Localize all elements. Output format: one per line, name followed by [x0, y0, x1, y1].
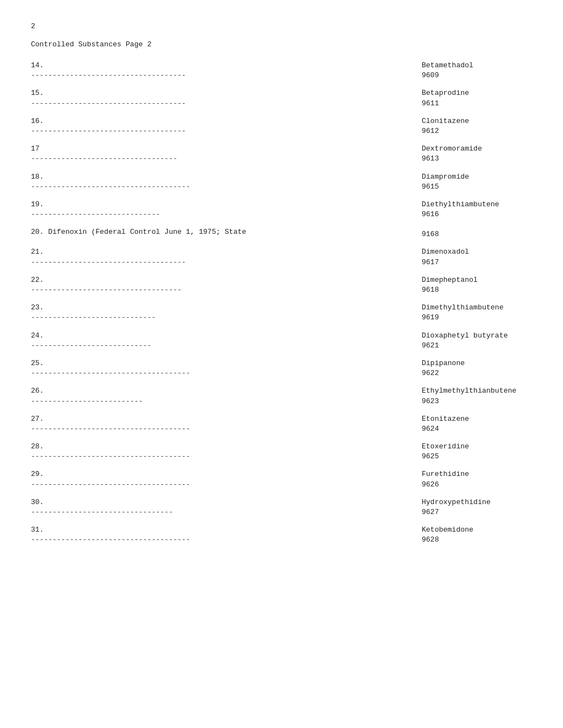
list-item: 31. ------------------------------------… — [31, 525, 532, 545]
entry-left: 27. ------------------------------------… — [31, 414, 340, 434]
entry-dots: ---------------------------------- — [31, 154, 340, 164]
entry-right: Ethylmethylthianbutene 9623 — [422, 386, 532, 406]
entry-right: Betaprodine 9611 — [422, 88, 532, 108]
entry-dots: -------------------------- — [31, 397, 340, 406]
entry-code: 9627 — [422, 507, 532, 517]
entry-name: Dextromoramide — [422, 144, 532, 154]
list-item: 16. ------------------------------------… — [31, 116, 532, 136]
entry-left: 31. ------------------------------------… — [31, 525, 340, 545]
entry-text: 20. Difenoxin (Federal Control June 1, 1… — [31, 227, 246, 239]
entry-dots: ------------------------------------- — [31, 182, 340, 192]
entry-right: Furethidine 9626 — [422, 469, 532, 489]
entry-number: 23. — [31, 303, 340, 313]
list-item: 30. --------------------------------- Hy… — [31, 497, 532, 517]
entry-number: 16. — [31, 116, 340, 126]
entry-left: 26. -------------------------- — [31, 386, 340, 406]
entry-name: Etonitazene — [422, 414, 532, 424]
entry-code: 9626 — [422, 480, 532, 490]
entry-right: Diethylthiambutene 9616 — [422, 200, 532, 220]
entry-right: Ketobemidone 9628 — [422, 525, 532, 545]
entry-name: Diampromide — [422, 172, 532, 182]
entry-name: Diethylthiambutene — [422, 200, 532, 210]
entry-number: 15. — [31, 88, 340, 98]
list-item: 29. ------------------------------------… — [31, 469, 532, 489]
entry-number: 17 — [31, 144, 340, 154]
entry-dots: ------------------------------------- — [31, 480, 340, 490]
entry-right: Dimethylthiambutene 9619 — [422, 303, 532, 323]
entry-number: 31. — [31, 525, 340, 535]
entry-code: 9622 — [422, 368, 532, 378]
entry-left: 25. ------------------------------------… — [31, 358, 340, 378]
entry-code: 9628 — [422, 535, 532, 545]
list-item: 24. ---------------------------- Dioxaph… — [31, 331, 532, 351]
list-item: 22. ----------------------------------- … — [31, 275, 532, 295]
list-item: 15. ------------------------------------… — [31, 88, 532, 108]
entry-dots: ----------------------------------- — [31, 285, 340, 295]
list-item: 18. ------------------------------------… — [31, 172, 532, 192]
entry-code: 9615 — [422, 182, 532, 192]
entry-right: Dioxaphetyl butyrate 9621 — [422, 331, 532, 351]
entry-code: 9612 — [422, 126, 532, 136]
entry-code: 9609 — [422, 71, 532, 81]
entry-dots: ------------------------------ — [31, 210, 340, 220]
entry-name: Ketobemidone — [422, 525, 532, 535]
entry-code: 9611 — [422, 99, 532, 109]
entry-code: 9617 — [422, 258, 532, 267]
entry-code: 9621 — [422, 341, 532, 351]
page-number: 2 — [31, 22, 532, 30]
entry-dots: ---------------------------- — [31, 341, 340, 351]
entry-code: 9619 — [422, 313, 532, 323]
list-item: 25. ------------------------------------… — [31, 358, 532, 378]
entry-name: Ethylmethylthianbutene — [422, 386, 532, 396]
entry-left: 21. ------------------------------------ — [31, 247, 340, 267]
entry-right: Dimepheptanol 9618 — [422, 275, 532, 295]
entry-left: 18. ------------------------------------… — [31, 172, 340, 192]
entry-dots: ------------------------------------ — [31, 71, 340, 81]
entry-dots: ------------------------------------- — [31, 424, 340, 434]
entry-left: 16. ------------------------------------ — [31, 116, 340, 136]
entry-number: 21. — [31, 247, 340, 257]
entry-name: Dipipanone — [422, 358, 532, 368]
entry-number: 18. — [31, 172, 340, 182]
entry-left: 28. ------------------------------------… — [31, 442, 340, 462]
entry-left: 22. ----------------------------------- — [31, 275, 340, 295]
entry-number: 30. — [31, 497, 340, 507]
list-item: 23. ----------------------------- Dimeth… — [31, 303, 532, 323]
entry-number: 24. — [31, 331, 340, 341]
entry-right: 9168 — [422, 229, 532, 239]
entry-number: 29. — [31, 469, 340, 479]
entry-left: 23. ----------------------------- — [31, 303, 340, 323]
entry-left: 17 ---------------------------------- — [31, 144, 340, 164]
entry-name: Dimenoxadol — [422, 247, 532, 257]
list-item: 28. ------------------------------------… — [31, 442, 532, 462]
entry-right: Etoxeridine 9625 — [422, 442, 532, 462]
entry-code: 9168 — [422, 229, 532, 239]
entry-right: Dimenoxadol 9617 — [422, 247, 532, 267]
list-item: 26. -------------------------- Ethylmeth… — [31, 386, 532, 406]
entry-left: 19. ------------------------------ — [31, 200, 340, 220]
entry-name: Furethidine — [422, 469, 532, 479]
entry-number: 26. — [31, 386, 340, 396]
entry-left: 15. ------------------------------------ — [31, 88, 340, 108]
entry-dots: ------------------------------------ — [31, 99, 340, 109]
entry-number: 14. — [31, 61, 340, 71]
entry-number: 27. — [31, 414, 340, 424]
list-item: 14. ------------------------------------… — [31, 61, 532, 81]
entry-dots: ------------------------------------- — [31, 535, 340, 545]
list-item: 17 ---------------------------------- De… — [31, 144, 532, 164]
entry-right: Dextromoramide 9613 — [422, 144, 532, 164]
list-item: 21. ------------------------------------… — [31, 247, 532, 267]
entry-name: Dimethylthiambutene — [422, 303, 532, 313]
entry-name: Betaprodine — [422, 88, 532, 98]
entry-dots: ------------------------------------- — [31, 452, 340, 462]
entry-dots: ------------------------------------ — [31, 258, 340, 267]
entry-name: Dimepheptanol — [422, 275, 532, 285]
special-row: 20. Difenoxin (Federal Control June 1, 1… — [31, 227, 532, 239]
entry-dots: ----------------------------- — [31, 313, 340, 323]
entry-number: 28. — [31, 442, 340, 452]
entry-number: 19. — [31, 200, 340, 210]
entries-container: 14. ------------------------------------… — [31, 61, 532, 545]
entry-code: 9613 — [422, 154, 532, 164]
entry-name: Etoxeridine — [422, 442, 532, 452]
entry-right: Hydroxypethidine 9627 — [422, 497, 532, 517]
